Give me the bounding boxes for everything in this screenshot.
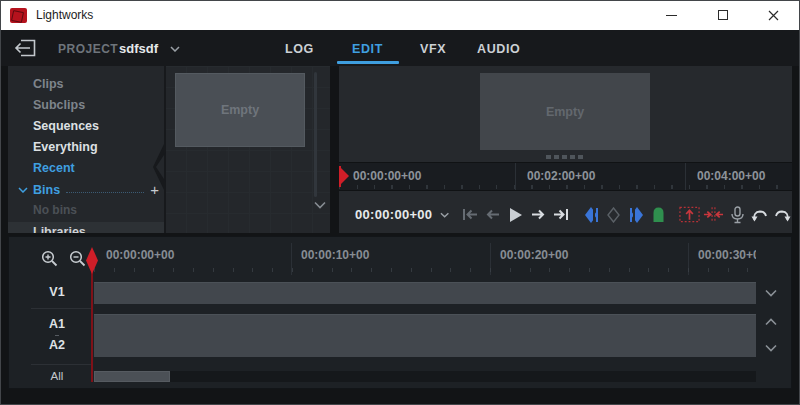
browse-item-clipped[interactable]: Libraries [8,222,165,233]
tab-audio[interactable]: AUDIO [477,42,520,56]
program-ruler-label: 00:02:00+00 [515,163,685,190]
track-header-a2[interactable]: A2 [39,338,75,352]
browse-item-clips[interactable]: Clips [8,74,165,95]
mark-out-button[interactable] [626,204,646,226]
skip-to-start-icon [462,208,478,221]
play-button[interactable] [506,204,526,226]
play-icon [509,207,523,223]
program-monitor-tile[interactable]: Empty [480,73,650,150]
project-chevron-down-icon[interactable] [170,46,180,52]
project-name-button[interactable]: sdfsdf [119,41,158,56]
skip-to-end-button[interactable] [551,204,571,226]
step-forward-icon [531,208,546,221]
track-header-a1[interactable]: A1 [39,317,75,331]
transport-bar: 00:00:00+00 [339,196,792,233]
program-ruler-label: 00:04:00+00 [685,163,792,190]
window-title: Lightworks [36,8,93,22]
v1-collapse-chevron-down-icon[interactable] [764,289,778,297]
audio-collapse-chevron-down-icon[interactable] [764,344,778,352]
minimize-button[interactable] [646,1,697,29]
maximize-button[interactable] [697,1,748,29]
timeline-playhead-icon[interactable] [85,247,99,274]
skip-to-start-button[interactable] [461,204,481,226]
timeline-ruler-label: 00:00:30+0 [688,243,756,275]
track-divider [31,364,93,365]
timeline-ruler-label: 00:00:10+00 [291,243,490,275]
maximize-icon [718,10,728,20]
insert-edit-button[interactable] [703,204,724,226]
redo-button[interactable] [773,204,793,226]
tab-vfx[interactable]: VFX [420,42,446,56]
browse-item-bins[interactable]: Bins + [8,179,165,200]
bins-chevron-down-icon [18,187,28,193]
mark-out-icon [629,206,644,224]
step-back-icon [485,208,500,221]
timeline-scrollbar[interactable] [94,371,756,382]
microphone-icon [730,206,745,224]
undo-icon [751,208,768,222]
unmark-diamond-icon [607,207,620,223]
audio-link-dash [55,335,59,336]
resize-grip-handle[interactable] [546,155,584,159]
nav-bar: PROJECT sdfsdf LOG EDIT VFX AUDIO [0,30,800,66]
track-header-v1[interactable]: V1 [39,285,75,299]
tile-scrollbar[interactable] [314,72,317,197]
lightworks-logo-icon [10,8,27,23]
undo-button[interactable] [750,204,770,226]
track-lane-audio[interactable] [94,314,756,357]
tile-area-chevron-down-icon[interactable] [313,201,327,209]
browse-item-everything[interactable]: Everything [8,137,165,158]
timecode-display[interactable]: 00:00:00+00 [355,207,432,222]
tab-edit[interactable]: EDIT [352,42,383,56]
make-subclip-button[interactable] [649,204,669,226]
browse-panel: Clips Subclips Sequences Everything Rece… [8,66,330,233]
redo-icon [774,208,791,222]
replace-edit-icon [679,206,700,223]
exit-project-icon[interactable] [14,39,36,57]
program-monitor-panel: Empty 00:00:00+00 00:02:00+00 00:04:00+0… [339,66,792,233]
close-button[interactable] [748,1,799,29]
active-tab-indicator [337,61,399,64]
skip-to-end-icon [553,208,569,221]
timeline-ruler-label: 00:00:20+00 [490,243,688,275]
step-back-button[interactable] [483,204,503,226]
mark-in-button[interactable] [581,204,601,226]
program-playhead-flag-icon[interactable] [339,166,350,188]
voiceover-button[interactable] [727,204,747,226]
step-forward-button[interactable] [528,204,548,226]
program-empty-label: Empty [546,105,584,119]
program-ruler-label: 00:00:00+00 [339,163,515,190]
title-bar: Lightworks [0,0,800,30]
bins-dotted-line [66,192,144,193]
green-tag-icon [652,206,665,223]
track-divider [31,308,93,309]
audio-expand-chevron-up-icon[interactable] [764,318,778,326]
no-bins-label: No bins [8,200,165,220]
timeline-ruler-label: 00:00:00+00 [94,243,291,275]
timeline-panel: 00:00:00+00 00:00:10+00 00:00:20+00 00:0… [8,236,792,389]
minimize-icon [666,15,677,16]
project-label: PROJECT [58,42,118,56]
tab-log[interactable]: LOG [285,42,314,56]
timecode-chevron-down-icon[interactable] [440,212,449,218]
browse-item-recent[interactable]: Recent [8,158,165,179]
track-lane-v1[interactable] [94,282,756,304]
browse-item-sequences[interactable]: Sequences [8,116,165,137]
panel-collapse-notch[interactable] [151,144,166,190]
zoom-out-button[interactable] [69,250,86,267]
timeline-scrollbar-thumb[interactable] [94,371,170,382]
timeline-ruler[interactable]: 00:00:00+00 00:00:10+00 00:00:20+00 00:0… [94,243,756,275]
bins-label: Bins [33,183,60,197]
unmark-button[interactable] [604,204,624,226]
browse-list: Clips Subclips Sequences Everything Rece… [8,74,165,220]
source-monitor-tile[interactable]: Empty [175,73,305,147]
program-ruler[interactable]: 00:00:00+00 00:02:00+00 00:04:00+00 [339,162,792,191]
mark-in-icon [584,206,599,224]
replace-edit-button[interactable] [679,204,700,226]
close-icon [768,10,779,21]
all-tracks-label: All [39,370,75,382]
insert-edit-icon [703,206,724,223]
zoom-in-button[interactable] [41,250,58,267]
source-empty-label: Empty [221,103,259,117]
browse-item-subclips[interactable]: Subclips [8,95,165,116]
